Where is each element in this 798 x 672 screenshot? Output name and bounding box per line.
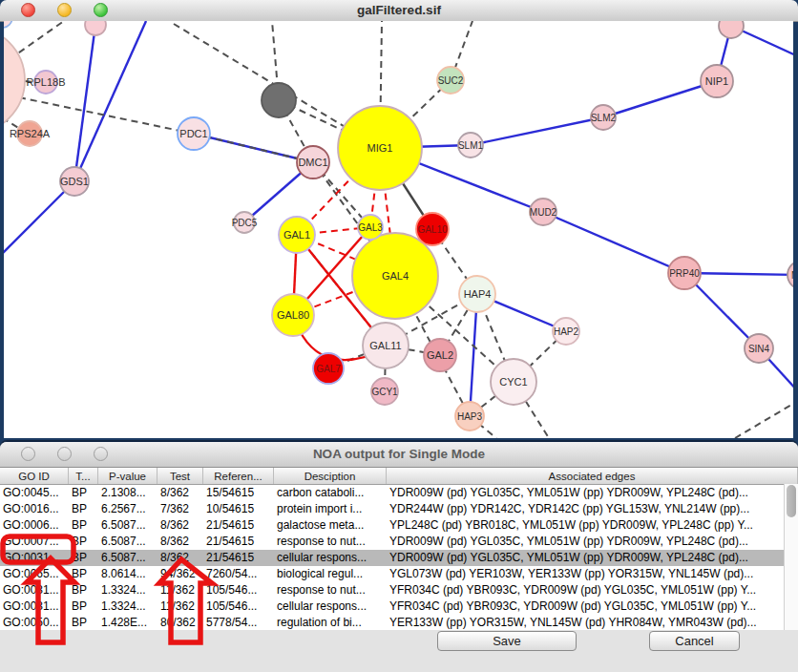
node-label-RPL18B: RPL18B <box>27 76 66 88</box>
network-window-titlebar[interactable]: galFiltered.sif <box>0 0 798 22</box>
node-label-MIG1: MIG1 <box>368 142 393 154</box>
cell: 8/362 <box>158 517 203 534</box>
cell: BP <box>69 566 98 582</box>
cancel-button[interactable]: Cancel <box>649 631 740 651</box>
cell: GO:0045... <box>0 485 69 501</box>
cell: 1.3324... <box>98 582 158 598</box>
cell: 21/54615 <box>203 534 274 550</box>
node-label-GAL7: GAL7 <box>316 364 341 374</box>
node-label-GAL4: GAL4 <box>382 270 409 282</box>
save-button[interactable]: Save <box>437 631 577 651</box>
node-label-GAL11: GAL11 <box>369 340 401 351</box>
cell: BP <box>69 517 98 534</box>
cell: 2.1308... <box>98 485 158 501</box>
node-cut-top[interactable] <box>85 21 106 35</box>
cell: cellular respons... <box>274 598 387 615</box>
cell: 8/362 <box>158 550 203 566</box>
cell: 6.5087... <box>98 550 158 566</box>
node-label-GAL1: GAL1 <box>284 229 310 241</box>
table-row-4[interactable]: GO:0031...BP6.5087...8/36221/54615cellul… <box>0 550 798 566</box>
node-label-SLM2: SLM2 <box>591 113 617 123</box>
vertical-scrollbar[interactable] <box>784 484 798 630</box>
cell: YDR009W (pd) YGL035C, YML051W (pp) YDR00… <box>387 485 798 501</box>
node-label-GAL3: GAL3 <box>358 222 383 233</box>
column-header-t-[interactable]: T... <box>69 468 98 484</box>
cell: response to nut... <box>274 582 387 598</box>
table-body: GO:0045...BP2.1308...8/36215/54615carbon… <box>0 485 798 630</box>
cell: GO:0031... <box>0 598 69 615</box>
column-header-go-id[interactable]: GO ID <box>0 468 69 484</box>
cell: 8/362 <box>158 485 203 501</box>
cell: 80/362 <box>158 615 203 630</box>
column-header-desciption[interactable]: Desciption <box>274 468 387 484</box>
cell: 11/362 <box>158 598 203 615</box>
cell: GO:0007... <box>0 534 69 550</box>
node-label-HAP3: HAP3 <box>457 411 483 422</box>
cell: 6.2567... <box>98 501 158 517</box>
cell: BP <box>69 582 98 598</box>
cell: YGL073W (pd) YER103W, YER133W (pp) YOR31… <box>387 566 798 582</box>
cell: 8.0614... <box>98 566 158 582</box>
column-header-associated-edges[interactable]: Associated edges <box>387 468 798 484</box>
cell: 5778/54... <box>203 615 274 630</box>
node-label-PDC1: PDC1 <box>179 128 207 139</box>
noa-window-titlebar[interactable]: NOA output for Single Mode <box>0 442 798 468</box>
node-label-RPS24A: RPS24A <box>10 128 51 139</box>
table-row-7[interactable]: GO:0031...BP1.3324...11/362105/546...cel… <box>0 598 798 615</box>
node-label-SLM1: SLM1 <box>458 140 484 151</box>
node-label-HAP2: HAP2 <box>554 326 579 337</box>
network-canvas[interactable]: MIG1GAL11GAL4CYC1RPL18BRPS24AGDS1PDC1DMC… <box>0 21 798 438</box>
table-row-2[interactable]: GO:0006...BP6.5087...8/36221/54615galact… <box>0 517 798 534</box>
node-label-MSN: MSN <box>791 270 798 281</box>
column-header-test[interactable]: Test <box>158 468 203 484</box>
table-row-8[interactable]: GO:0050...BP1.428E...80/3625778/54...reg… <box>0 615 798 630</box>
network-canvas-bg <box>4 21 793 438</box>
cell: BP <box>69 534 98 550</box>
node-label-GAL2: GAL2 <box>427 349 453 361</box>
table-row-6[interactable]: GO:0031...BP1.3324...11/362105/546...res… <box>0 582 798 598</box>
network-window-title: galFiltered.sif <box>0 0 798 21</box>
cell: 1.428E... <box>98 615 158 630</box>
column-header-p-value[interactable]: P-value <box>98 468 158 484</box>
node-label-GAL10: GAL10 <box>417 224 448 235</box>
cell: 105/546... <box>203 582 274 598</box>
node-label-HAP4: HAP4 <box>464 288 492 300</box>
node-label-GAL80: GAL80 <box>277 309 309 321</box>
cell: BP <box>69 501 98 517</box>
noa-window-title: NOA output for Single Mode <box>0 442 798 467</box>
node-unnamed-gray[interactable] <box>262 83 296 117</box>
cell: 21/54615 <box>203 550 274 566</box>
cell: YDR009W (pd) YGL035C, YML051W (pp) YDR00… <box>387 550 798 566</box>
table-header-row: GO IDT...P-valueTestReferen...Desciption… <box>0 468 798 485</box>
cell: protein import i... <box>274 501 387 517</box>
node-label-NIP1: NIP1 <box>705 75 728 87</box>
cell: GO:0065... <box>0 566 69 582</box>
cell: 7260/54... <box>203 566 274 582</box>
network-window: galFiltered.sif MIG1GAL11GAL4CYC1RPL18BR… <box>0 0 798 438</box>
table-row-5[interactable]: GO:0065...BP8.0614...94/3627260/54...bio… <box>0 566 798 582</box>
table-row-1[interactable]: GO:0016...BP6.2567...7/36210/54615protei… <box>0 501 798 517</box>
column-header-referen-[interactable]: Referen... <box>203 468 274 484</box>
node-label-SUC2: SUC2 <box>438 75 464 86</box>
cell: GO:0050... <box>0 615 69 630</box>
node-label-GDS1: GDS1 <box>60 176 89 187</box>
table-row-0[interactable]: GO:0045...BP2.1308...8/36215/54615carbon… <box>0 485 798 501</box>
cell: regulation of bi... <box>274 615 387 630</box>
cell: YFR034C (pd) YBR093C, YDR009W (pd) YGL03… <box>387 582 798 598</box>
cell: GO:0031... <box>0 582 69 598</box>
cell: YER133W (pp) YOR315W, YNL145W (pd) YHR08… <box>387 615 798 630</box>
cell: 7/362 <box>158 501 203 517</box>
noa-output-window: NOA output for Single Mode GO IDT...P-va… <box>0 441 798 672</box>
cell: 94/362 <box>158 566 203 582</box>
cell: YDR009W (pd) YGL035C, YML051W (pp) YDR00… <box>387 534 798 550</box>
cell: 15/54615 <box>203 485 274 501</box>
cell: biological regul... <box>274 566 387 582</box>
node-label-CYC1: CYC1 <box>499 376 527 388</box>
cell: BP <box>69 550 98 566</box>
cell: GO:0031... <box>0 550 69 566</box>
table-row-3[interactable]: GO:0007...BP6.5087...8/36221/54615respon… <box>0 534 798 550</box>
scrollbar-thumb[interactable] <box>787 485 796 517</box>
node-label-SIN4: SIN4 <box>748 344 770 354</box>
cell: galactose meta... <box>274 517 387 534</box>
node-cut-top-right[interactable] <box>719 21 744 38</box>
